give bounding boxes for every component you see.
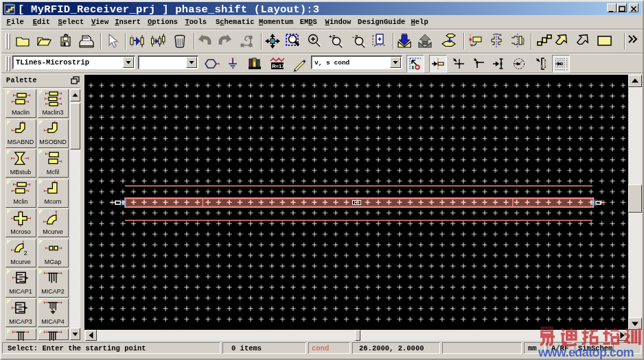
svg-text:2: 2	[23, 249, 27, 256]
svg-text:R=17: R=17	[272, 63, 284, 69]
